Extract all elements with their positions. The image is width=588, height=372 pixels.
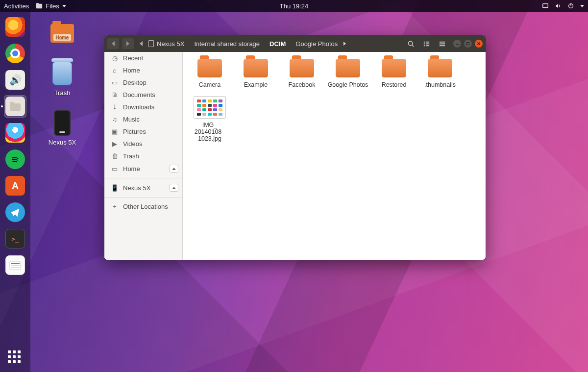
folder-label: Example bbox=[233, 81, 279, 88]
desktop-phone-label: Nexus 5X bbox=[39, 139, 85, 146]
system-menu-caret-icon[interactable] bbox=[580, 5, 584, 7]
folder-icon bbox=[244, 59, 268, 77]
image-thumbnail bbox=[194, 96, 226, 119]
drive-icon: ▭ bbox=[111, 165, 118, 173]
sidebar-trash[interactable]: 🗑Trash bbox=[104, 150, 182, 162]
image-label: IMG_ 20140108_ 1023.jpg bbox=[187, 122, 233, 142]
nav-forward-button[interactable] bbox=[122, 38, 134, 49]
pictures-icon: ▣ bbox=[111, 128, 118, 135]
svg-rect-17 bbox=[423, 45, 425, 46]
phone-small-icon: 📱 bbox=[111, 184, 118, 192]
power-icon[interactable] bbox=[567, 2, 574, 9]
svg-rect-19 bbox=[439, 41, 444, 42]
folder-icon bbox=[428, 59, 452, 77]
sidebar-separator bbox=[104, 178, 182, 178]
eject-button[interactable] bbox=[170, 184, 178, 192]
nautilus-window: Nexus 5X Internal shared storage DCIM Go… bbox=[104, 35, 486, 260]
svg-rect-16 bbox=[426, 43, 429, 44]
breadcrumb-storage[interactable]: Internal shared storage bbox=[189, 38, 265, 50]
downloads-icon: ⭳ bbox=[111, 103, 118, 111]
dock-rhythmbox[interactable]: 🔊 bbox=[4, 69, 26, 91]
sidebar-downloads[interactable]: ⭳Downloads bbox=[104, 101, 182, 113]
arrow-right-icon bbox=[126, 41, 129, 46]
window-maximize-button[interactable] bbox=[464, 40, 472, 48]
folder-icon bbox=[290, 59, 314, 77]
sidebar-desktop[interactable]: ▭Desktop bbox=[104, 76, 182, 89]
folder-label: Google Photos bbox=[325, 81, 371, 88]
path-scroll-right-icon[interactable] bbox=[343, 42, 346, 46]
search-button[interactable] bbox=[404, 38, 417, 49]
trash-small-icon: 🗑 bbox=[111, 152, 118, 160]
svg-rect-2 bbox=[543, 4, 548, 8]
folder-label: Camera bbox=[187, 81, 233, 88]
svg-line-12 bbox=[412, 45, 413, 46]
folder-label: Facebook bbox=[279, 81, 325, 88]
sidebar-documents[interactable]: 🗎Documents bbox=[104, 89, 182, 101]
folder-item[interactable]: .thumbnails bbox=[417, 59, 463, 88]
breadcrumb-next[interactable]: Google Photos bbox=[291, 38, 343, 50]
folder-item[interactable]: Facebook bbox=[279, 59, 325, 88]
desktop-icons: Home Trash Nexus 5X bbox=[39, 20, 85, 159]
folder-icon bbox=[336, 59, 360, 77]
dock-corebird[interactable] bbox=[4, 122, 26, 144]
places-sidebar: ◷Recent ⌂Home ▭Desktop 🗎Documents ⭳Downl… bbox=[104, 52, 183, 260]
folder-item[interactable]: Restored bbox=[371, 59, 417, 88]
dock-telegram[interactable] bbox=[4, 201, 26, 223]
device-icon bbox=[148, 40, 154, 47]
dock-terminal[interactable]: >_ bbox=[4, 227, 26, 250]
desktop-trash-label: Trash bbox=[39, 89, 85, 97]
sidebar-pictures[interactable]: ▣Pictures bbox=[104, 125, 182, 138]
svg-rect-1 bbox=[36, 3, 39, 4]
path-scroll-left-icon[interactable] bbox=[140, 41, 143, 46]
dock-software[interactable]: A bbox=[4, 174, 26, 197]
hamburger-menu-button[interactable] bbox=[436, 38, 448, 49]
folder-item[interactable]: Google Photos bbox=[325, 59, 371, 88]
home-folder-icon: Home bbox=[50, 24, 74, 43]
folder-label: Restored bbox=[371, 81, 417, 88]
image-item[interactable]: IMG_ 20140108_ 1023.jpg bbox=[187, 96, 233, 142]
app-menu[interactable]: Files bbox=[36, 2, 66, 10]
sidebar-home[interactable]: ⌂Home bbox=[104, 64, 182, 76]
show-applications-button[interactable] bbox=[8, 350, 23, 365]
file-grid[interactable]: Camera Example Facebook Google Photos Re… bbox=[183, 52, 486, 260]
folder-item[interactable]: Camera bbox=[187, 59, 233, 88]
breadcrumb-current[interactable]: DCIM bbox=[265, 38, 291, 50]
svg-rect-18 bbox=[426, 45, 429, 46]
dock-calendar[interactable] bbox=[4, 254, 26, 276]
chevron-down-icon bbox=[62, 5, 66, 7]
dock-files[interactable] bbox=[4, 95, 26, 118]
desktop-trash[interactable]: Trash bbox=[39, 60, 85, 97]
svg-rect-13 bbox=[423, 41, 425, 42]
view-list-button[interactable] bbox=[420, 38, 433, 49]
breadcrumb-device[interactable]: Nexus 5X bbox=[144, 38, 189, 50]
activities-button[interactable]: Activities bbox=[4, 2, 29, 10]
desktop-home[interactable]: Home bbox=[39, 20, 85, 47]
dock-chrome[interactable] bbox=[4, 42, 26, 65]
dock-spotify[interactable] bbox=[4, 148, 26, 171]
sidebar-recent[interactable]: ◷Recent bbox=[104, 52, 182, 64]
app-menu-label: Files bbox=[46, 2, 59, 10]
sidebar-music[interactable]: ♫Music bbox=[104, 113, 182, 125]
sidebar-mount-phone[interactable]: 📱Nexus 5X bbox=[104, 181, 182, 194]
clock[interactable]: Thu 19:24 bbox=[280, 2, 309, 10]
window-minimize-button[interactable] bbox=[453, 40, 461, 48]
window-titlebar[interactable]: Nexus 5X Internal shared storage DCIM Go… bbox=[104, 35, 486, 52]
folder-label: .thumbnails bbox=[417, 81, 463, 88]
launcher-dock: 🔊 A >_ bbox=[0, 12, 30, 372]
desktop-phone[interactable]: Nexus 5X bbox=[39, 109, 85, 146]
folder-icon bbox=[382, 59, 406, 77]
screen-icon[interactable] bbox=[542, 2, 549, 9]
svg-rect-23 bbox=[467, 43, 469, 45]
sidebar-videos[interactable]: ▶Videos bbox=[104, 138, 182, 150]
svg-point-11 bbox=[408, 41, 412, 45]
volume-icon[interactable] bbox=[555, 2, 562, 9]
folder-item[interactable]: Example bbox=[233, 59, 279, 88]
nav-back-button[interactable] bbox=[107, 38, 119, 49]
sidebar-mount-home[interactable]: ▭Home bbox=[104, 162, 182, 175]
eject-button[interactable] bbox=[170, 165, 178, 173]
home-icon: ⌂ bbox=[111, 67, 118, 74]
window-close-button[interactable] bbox=[475, 40, 483, 48]
dock-firefox[interactable] bbox=[4, 16, 26, 38]
svg-rect-14 bbox=[426, 41, 429, 42]
sidebar-other-locations[interactable]: +Other Locations bbox=[104, 200, 182, 213]
